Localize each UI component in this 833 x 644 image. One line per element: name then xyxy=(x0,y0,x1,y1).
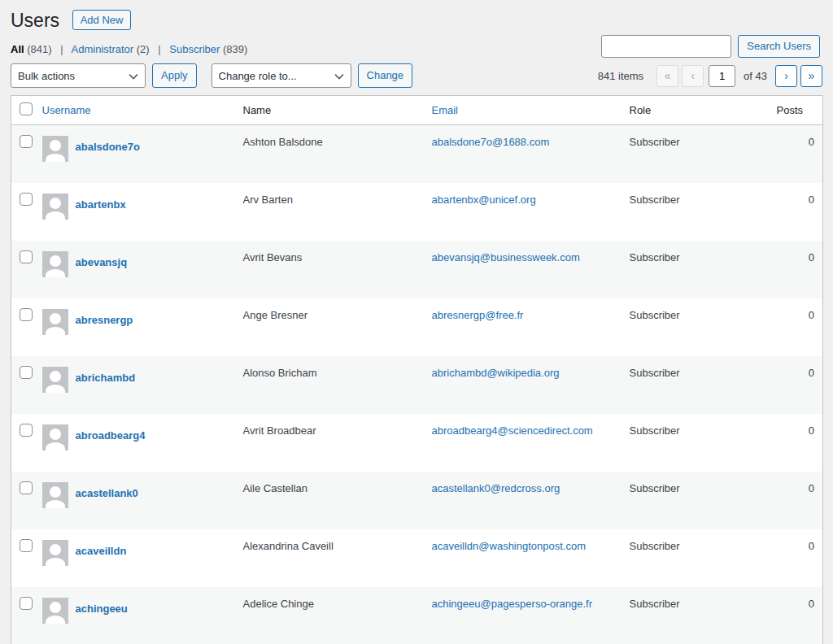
first-page-button: « xyxy=(656,65,678,87)
row-checkbox[interactable] xyxy=(20,308,33,321)
change-role-select[interactable]: Change role to... xyxy=(212,63,351,88)
avatar-head xyxy=(50,429,61,440)
row-checkbox[interactable] xyxy=(20,481,33,494)
tablenav: Bulk actions Apply Change role to... Cha… xyxy=(11,63,822,88)
table-row: achingeeu Adelice Chinge achingeeu@pages… xyxy=(11,587,823,644)
users-admin-page: Users Add New All (841) | Administrator … xyxy=(0,0,833,644)
avatar-body xyxy=(46,558,65,566)
title-row: Users Add New xyxy=(11,0,822,33)
table-header: Username Name Email Role Posts xyxy=(11,96,823,125)
search-users-button[interactable]: Search Users xyxy=(738,35,820,58)
name-cell: Ange Bresner xyxy=(235,298,424,356)
email-link[interactable]: acaveilldn@washingtonpost.com xyxy=(432,540,587,552)
avatar-body xyxy=(46,211,65,220)
name-cell: Avrit Bevans xyxy=(235,241,424,298)
filter-separator: | xyxy=(158,43,160,55)
bulk-actions-select[interactable]: Bulk actions xyxy=(11,63,146,88)
role-cell: Subscriber xyxy=(621,241,769,298)
avatar-head xyxy=(50,371,61,382)
email-link[interactable]: abresnergp@free.fr xyxy=(432,309,524,321)
change-role-button[interactable]: Change xyxy=(358,63,413,88)
posts-count: 0 xyxy=(769,183,823,241)
current-page-input[interactable] xyxy=(709,65,735,87)
avatar-head xyxy=(50,544,61,555)
name-cell: Alexandrina Caveill xyxy=(235,529,424,587)
avatar-body xyxy=(46,327,65,335)
username-link[interactable]: abrichambd xyxy=(76,367,136,384)
posts-count: 0 xyxy=(769,125,823,183)
users-table: Username Name Email Role Posts abalsdone… xyxy=(11,95,823,644)
posts-count: 0 xyxy=(769,414,823,472)
sort-username-link[interactable]: Username xyxy=(42,104,91,116)
email-link[interactable]: acastellank0@redcross.org xyxy=(432,482,560,494)
last-page-button[interactable]: » xyxy=(800,65,822,87)
role-cell: Subscriber xyxy=(621,587,769,644)
row-checkbox[interactable] xyxy=(20,135,33,148)
email-link[interactable]: achingeeu@pagesperso-orange.fr xyxy=(432,598,593,610)
users-table-body: abalsdone7o Ashton Balsdone abalsdone7o@… xyxy=(11,125,823,644)
avatar-body xyxy=(46,154,65,162)
name-cell: Avrit Broadbear xyxy=(235,414,424,472)
search-input[interactable] xyxy=(601,35,731,58)
avatar-head xyxy=(50,313,61,324)
filter-all-count: (841) xyxy=(27,43,51,55)
add-new-button[interactable]: Add New xyxy=(72,10,132,30)
username-link[interactable]: achingeeu xyxy=(76,598,128,615)
table-row: abroadbearg4 Avrit Broadbear abroadbearg… xyxy=(11,414,823,472)
avatar xyxy=(42,424,68,450)
avatar-head xyxy=(50,140,61,151)
filter-subscriber[interactable]: Subscriber xyxy=(169,43,220,55)
select-all-checkbox[interactable] xyxy=(20,102,33,115)
role-cell: Subscriber xyxy=(621,529,769,587)
filter-all[interactable]: All xyxy=(11,43,24,55)
column-header-email[interactable]: Email xyxy=(424,96,621,125)
avatar-head xyxy=(50,486,61,498)
sort-email-link[interactable]: Email xyxy=(432,104,459,116)
role-cell: Subscriber xyxy=(621,356,769,414)
username-link[interactable]: acastellank0 xyxy=(76,482,138,499)
email-link[interactable]: abrichambd@wikipedia.org xyxy=(432,367,560,379)
role-cell: Subscriber xyxy=(621,414,769,472)
email-link[interactable]: abevansjq@businessweek.com xyxy=(432,251,580,263)
filter-subscriber-count: (839) xyxy=(223,43,247,55)
name-cell: Adelice Chinge xyxy=(235,587,424,644)
row-checkbox[interactable] xyxy=(20,366,33,379)
column-header-username[interactable]: Username xyxy=(34,96,235,125)
username-link[interactable]: abresnergp xyxy=(76,309,133,326)
username-link[interactable]: acaveilldn xyxy=(76,540,127,557)
email-link[interactable]: abalsdone7o@1688.com xyxy=(432,136,550,148)
filter-administrator[interactable]: Administrator xyxy=(72,43,134,55)
username-link[interactable]: abroadbearg4 xyxy=(76,424,146,442)
email-link[interactable]: abroadbearg4@sciencedirect.com xyxy=(432,424,593,437)
role-cell: Subscriber xyxy=(621,183,769,241)
row-checkbox[interactable] xyxy=(20,597,33,610)
total-pages-text: of 43 xyxy=(744,70,767,82)
previous-page-button: ‹ xyxy=(682,65,704,87)
username-link[interactable]: abevansjq xyxy=(76,251,128,268)
posts-count: 0 xyxy=(769,587,823,644)
posts-count: 0 xyxy=(769,529,823,587)
avatar xyxy=(42,136,68,162)
avatar xyxy=(42,309,68,335)
role-cell: Subscriber xyxy=(621,472,769,529)
row-checkbox[interactable] xyxy=(20,539,33,552)
table-row: abalsdone7o Ashton Balsdone abalsdone7o@… xyxy=(11,125,823,183)
table-row: abresnergp Ange Bresner abresnergp@free.… xyxy=(11,298,823,356)
table-row: abrichambd Alonso Bricham abrichambd@wik… xyxy=(11,356,823,414)
table-row: abevansjq Avrit Bevans abevansjq@busines… xyxy=(11,241,823,298)
row-checkbox[interactable] xyxy=(20,250,33,263)
avatar xyxy=(42,598,68,624)
avatar-head xyxy=(50,255,61,267)
bulk-actions-group: Bulk actions Apply Change role to... Cha… xyxy=(11,63,412,88)
username-link[interactable]: abartenbx xyxy=(76,194,126,211)
avatar-head xyxy=(50,602,61,613)
apply-button[interactable]: Apply xyxy=(152,63,197,88)
column-header-posts: Posts xyxy=(769,96,823,125)
next-page-button[interactable]: › xyxy=(775,65,797,87)
row-checkbox[interactable] xyxy=(20,424,33,437)
username-link[interactable]: abalsdone7o xyxy=(76,136,140,153)
row-checkbox[interactable] xyxy=(20,193,33,206)
page-title: Users xyxy=(11,9,59,33)
email-link[interactable]: abartenbx@unicef.org xyxy=(432,194,536,206)
posts-count: 0 xyxy=(769,356,823,414)
